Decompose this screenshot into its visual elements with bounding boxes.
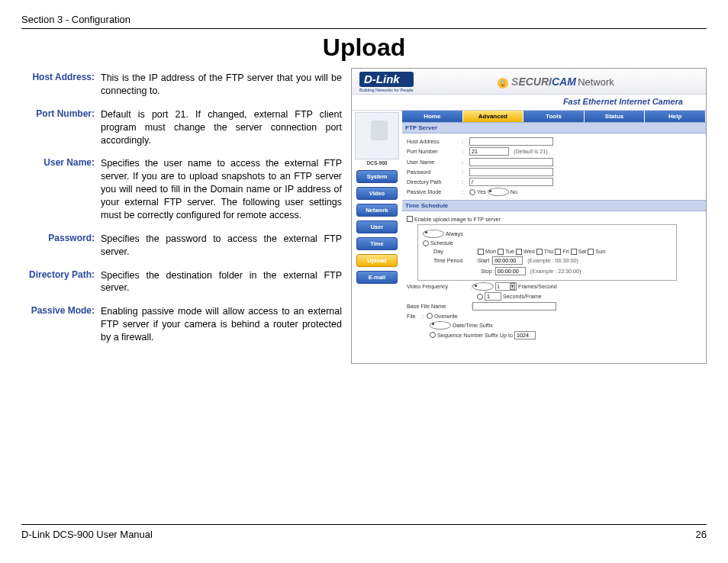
product-subtitle: Fast Ethernet Internet Camera [352, 95, 706, 111]
input-dir[interactable] [469, 178, 553, 186]
lbl-pass: Password [407, 169, 462, 175]
lbl-basefile: Base File Name [407, 303, 471, 310]
lbl-video-freq: Video Frequency [407, 283, 471, 290]
hint-port: (Default is 21) [514, 148, 548, 155]
lbl-start: Start : [478, 257, 492, 264]
sidebar-system[interactable]: System [356, 170, 398, 183]
def-text-pass: Specifies the password to access the ext… [98, 229, 342, 265]
section-header: Section 3 - Configuration [21, 14, 707, 29]
input-start[interactable] [492, 256, 523, 265]
lbl-fps: Frames/Second [518, 283, 557, 290]
def-label-dir: Directory Path: [21, 265, 98, 302]
sidebar: DCS-900 System Video Network User Time U… [352, 111, 402, 343]
network-label: Network [578, 76, 614, 88]
input-spf[interactable] [485, 292, 501, 301]
def-label-pass: Password: [21, 229, 98, 265]
sidebar-video[interactable]: Video [356, 187, 398, 200]
footer-manual: D-Link DCS-900 User Manual [21, 529, 153, 540]
sidebar-time[interactable]: Time [356, 237, 398, 250]
tab-advanced[interactable]: Advanced [463, 111, 524, 122]
input-stop[interactable] [495, 267, 526, 275]
input-host[interactable] [469, 137, 553, 146]
radio-always[interactable] [423, 230, 444, 238]
lbl-passive: Passive Mode [407, 188, 462, 195]
lbl-user: User Name [407, 159, 462, 166]
lbl-time-period: Time Period [433, 257, 476, 264]
chk-mon[interactable] [478, 249, 484, 255]
lbl-schedule: Schedule [430, 240, 453, 246]
def-text-passive: Enabling passive mode will allow access … [98, 301, 342, 351]
lbl-no: No [511, 188, 517, 195]
def-label-passive: Passive Mode: [21, 301, 98, 351]
chk-enable-upload[interactable] [407, 216, 413, 222]
input-seq[interactable] [514, 331, 536, 339]
sidebar-user[interactable]: User [356, 220, 398, 233]
def-label-port: Port Number: [21, 105, 98, 154]
chk-sun[interactable] [588, 249, 594, 255]
radio-spf[interactable] [477, 294, 483, 300]
dlink-tagline: Building Networks for People [359, 88, 414, 92]
lbl-day: Day [433, 248, 476, 255]
tab-tools[interactable]: Tools [523, 111, 585, 122]
def-text-port: Default is port 21. If changed, external… [98, 105, 342, 154]
sidebar-upload[interactable]: Upload [356, 254, 398, 267]
chevron-down-icon: ▾ [510, 283, 515, 290]
tab-strip: Home Advanced Tools Status Help [402, 111, 706, 122]
def-text-user: Specifies the user name to access the ex… [98, 153, 342, 228]
def-text-host: This is the IP address of the FTP server… [98, 68, 342, 105]
input-pass[interactable] [469, 168, 553, 176]
lbl-always: Always [446, 230, 463, 237]
schedule-panel-title: Time Schedule [402, 200, 706, 211]
schedule-box: Always Schedule Day: Mon Tue Wed Thu Fri… [417, 224, 677, 281]
input-port[interactable] [469, 147, 509, 156]
definitions-list: Host Address: This is the IP address of … [21, 68, 342, 364]
tab-status[interactable]: Status [585, 111, 646, 122]
lbl-overwrite: Overwrite [434, 313, 458, 320]
admin-screenshot: D-Link Building Networks for People 🔒 SS… [351, 68, 707, 364]
page-footer: D-Link DCS-900 User Manual 26 [21, 524, 707, 540]
camera-image [355, 112, 399, 159]
lbl-seq: Sequence Number Suffix Up to [437, 332, 513, 339]
footer-page: 26 [696, 529, 707, 540]
lbl-spf: Seconds/Frame [503, 293, 542, 300]
screenshot-header: D-Link Building Networks for People 🔒 SS… [352, 69, 706, 95]
tab-home[interactable]: Home [402, 111, 463, 122]
sidebar-network[interactable]: Network [356, 204, 398, 217]
chk-fri[interactable] [555, 249, 561, 255]
radio-seq[interactable] [430, 332, 436, 338]
chk-tue[interactable] [498, 249, 504, 255]
sidebar-email[interactable]: E-mail [356, 271, 398, 284]
lbl-sat: Sat [578, 248, 587, 255]
lbl-tue: Tue [505, 248, 514, 255]
hint-stop: (Example : 22:30:00) [530, 268, 581, 275]
select-fps[interactable]: 1▾ [495, 282, 517, 291]
lock-icon: 🔒 [498, 78, 508, 88]
radio-passive-no[interactable] [488, 188, 509, 196]
input-user[interactable] [469, 158, 553, 166]
lbl-sun: Sun [595, 248, 605, 255]
lbl-datetime: Date/Time Suffix [453, 322, 493, 329]
radio-schedule[interactable] [423, 240, 429, 246]
radio-datetime[interactable] [430, 321, 451, 330]
def-text-dir: Specifies the destination folder in the … [98, 265, 342, 302]
lbl-thu: Thu [544, 248, 553, 255]
lbl-port: Port Number [407, 148, 462, 155]
chk-wed[interactable] [516, 249, 522, 255]
chk-thu[interactable] [536, 249, 543, 255]
lbl-fri: Fri [562, 248, 569, 255]
model-label: DCS-900 [355, 160, 399, 166]
radio-overwrite[interactable] [427, 313, 433, 319]
radio-passive-yes[interactable] [469, 189, 475, 195]
tab-help[interactable]: Help [645, 111, 706, 122]
lbl-enable-upload: Enable upload image to FTP server [414, 216, 501, 223]
hint-start: (Example : 06:30:00) [527, 257, 578, 264]
page-title: Upload [21, 34, 707, 62]
input-basefile[interactable] [472, 302, 556, 310]
lbl-stop: Stop : [481, 268, 495, 275]
lbl-dir: Directory Path [407, 179, 462, 185]
dlink-logo: D-Link [359, 72, 414, 87]
def-label-user: User Name: [21, 153, 98, 228]
chk-sat[interactable] [571, 249, 577, 255]
lbl-wed: Wed [523, 248, 535, 255]
radio-fps[interactable] [472, 282, 494, 291]
